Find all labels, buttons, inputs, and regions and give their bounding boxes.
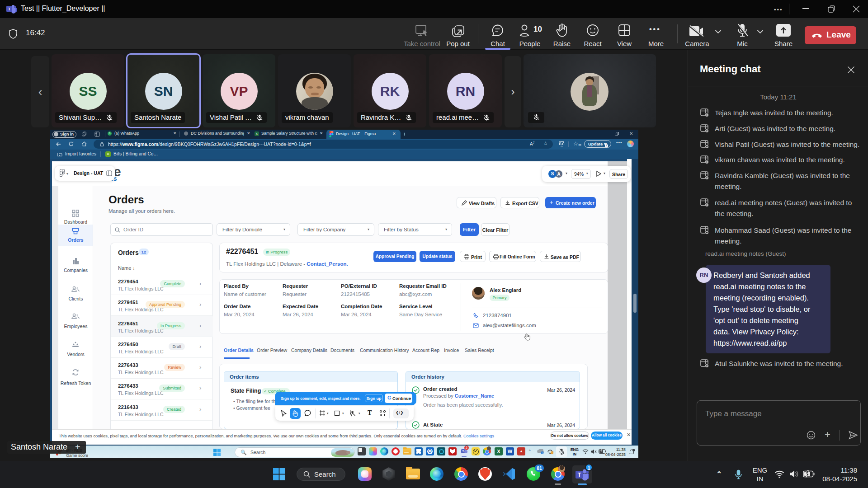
svg-text:T: T (578, 472, 581, 478)
svg-text:+: + (542, 451, 543, 454)
svg-text:T: T (8, 6, 11, 11)
